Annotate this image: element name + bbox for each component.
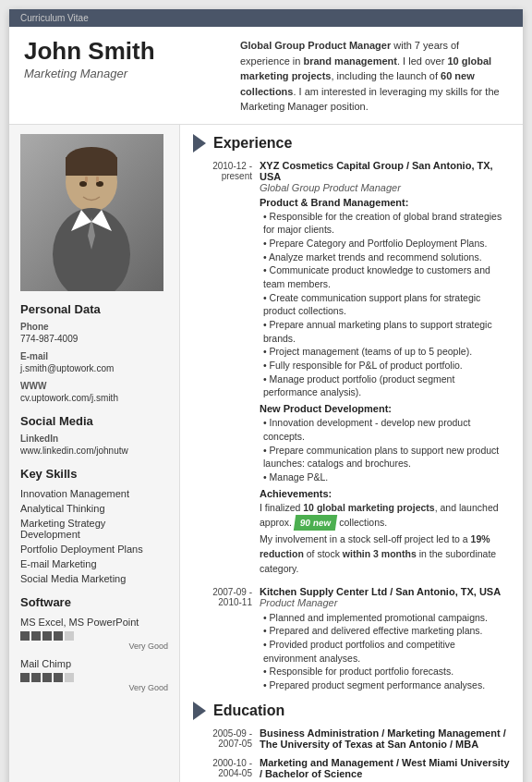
exp-role-2: Product Manager [260,597,510,608]
exp-entry-2: 2007-09 -2010-11 Kitchen Supply Center L… [193,586,510,692]
experience-title: Experience [213,135,292,152]
www-value: cv.uptowork.com/j.smith [20,392,168,405]
candidate-title: Marketing Manager [24,67,155,80]
header-bar-label: Curriculum Vitae [20,13,89,23]
cv-header-summary: Global Group Product Manager with 7 year… [240,38,508,115]
edu-entry-2: 2000-10 -2004-05 Marketing and Managemen… [193,757,510,779]
exp-bullet: • Prepare communication plans to support… [260,444,510,470]
cv-sidebar: Personal Data Phone 774-987-4009 E-mail … [9,125,180,783]
edu-content-2: Marketing and Management / West Miami Un… [260,757,510,779]
exp-subsection-npd: New Product Development: [260,403,510,414]
education-arrow [193,702,206,720]
exp-bullet: • Manage P&L. [260,470,510,484]
svg-rect-9 [66,157,117,176]
edu-degree-2: Marketing and Management / West Miami Un… [260,757,510,779]
software-item: MS Excel, MS PowerPointVery Good [20,615,168,651]
cv-body: Personal Data Phone 774-987-4009 E-mail … [9,125,523,783]
software-item: Mail ChimpVery Good [20,656,168,692]
exp-bullet: • Planned and implemented promotional ca… [260,611,510,625]
experience-arrow [193,134,206,153]
experience-header: Experience [193,134,510,153]
exp-entry-1: 2010-12 -present XYZ Cosmetics Capital G… [193,160,510,577]
exp-dates-2: 2007-09 -2010-11 [193,586,260,692]
svg-rect-12 [85,177,88,182]
rating-dot [42,673,52,682]
www-label: WWW [20,381,168,391]
exp-bullet: • Fully responsible for P&L of product p… [260,359,510,373]
exp-bullet: • Provided product portfolios and compet… [260,638,510,665]
skill-item: Marketing Strategy Development [20,516,168,542]
rating-dot [54,631,63,641]
exp-company-1: XYZ Cosmetics Capital Group / San Antoni… [260,160,510,182]
cv-header: John Smith Marketing Manager Global Grou… [9,27,523,125]
skill-item: Innovation Management [20,486,168,501]
social-media-title: Social Media [20,414,168,428]
skill-item: E-mail Marketing [20,556,168,571]
rating-dot [42,631,52,641]
exp-bullet: • Prepared and delivered effective marke… [260,624,510,638]
software-title: Software [20,595,168,609]
phone-value: 774-987-4009 [20,333,168,346]
exp-achievement-1: I finalized 10 global marketing projects… [260,501,510,532]
exp-bullet: • Project management (teams of up to 5 p… [260,345,510,359]
rating-dot [65,673,74,682]
edu-dates-2: 2000-10 -2004-05 [193,757,260,779]
phone-label: Phone [20,322,168,332]
personal-data-title: Personal Data [20,302,168,316]
edu-dates-1: 2005-09 -2007-05 [193,727,260,750]
exp-bullet: • Responsible for product portfolio fore… [260,665,510,678]
software-name: MS Excel, MS PowerPoint [20,615,168,629]
svg-rect-13 [96,177,99,182]
exp-bullet: • Responsible for the creation of global… [260,210,510,237]
software-rating [20,673,168,682]
linkedin-label: LinkedIn [20,434,168,444]
edu-entry-1: 2005-09 -2007-05 Business Administration… [193,727,510,750]
cv-container: Curriculum Vitae John Smith Marketing Ma… [9,9,523,782]
edu-degree-1: Business Administration / Marketing Mana… [260,727,510,750]
exp-bullet: • Innovation development - develop new p… [260,416,510,443]
software-rating [20,631,168,641]
skills-title: Key Skills [20,467,168,481]
linkedin-value: www.linkedin.com/johnutw [20,445,168,458]
exp-content-2: Kitchen Supply Center Ltd / San Antonio,… [260,586,510,692]
exp-company-2: Kitchen Supply Center Ltd / San Antonio,… [260,586,510,597]
exp-bullet: • Prepare Category and Portfolio Deploym… [260,237,510,250]
email-value: j.smith@uptowork.com [20,362,168,375]
exp-bullet: • Create communication support plans for… [260,291,510,318]
candidate-name: John Smith [24,38,155,65]
edu-content-1: Business Administration / Marketing Mana… [260,727,510,750]
header-bar: Curriculum Vitae [9,9,523,27]
candidate-photo [20,134,163,291]
rating-label: Very Good [20,683,168,692]
exp-bullet: • Prepared product segment performance a… [260,678,510,692]
rating-label: Very Good [20,641,168,651]
exp-bullet: • Communicate product knowledge to custo… [260,263,510,290]
exp-bullet: • Analyze market trends and recommend so… [260,250,510,264]
software-name: Mail Chimp [20,656,168,671]
exp-bullet: • Manage product portfolio (product segm… [260,373,510,399]
exp-content-1: XYZ Cosmetics Capital Group / San Antoni… [260,160,510,577]
exp-bullet: • Prepare annual marketing plans to supp… [260,318,510,345]
exp-subsection-achievements: Achievements: [260,488,510,499]
exp-role-1: Global Group Product Manager [260,182,510,193]
rating-dot [65,631,74,641]
cv-header-left: John Smith Marketing Manager [24,38,155,80]
skills-list: Innovation ManagementAnalytical Thinking… [20,486,168,586]
email-label: E-mail [20,351,168,361]
rating-dot [31,673,41,682]
rating-dot [54,673,63,682]
education-header: Education [193,702,510,720]
skill-item: Portfolio Deployment Plans [20,542,168,556]
exp-achievement-2: My involvement in a stock sell-off proje… [260,532,510,576]
education-title: Education [213,703,284,719]
exp-dates-1: 2010-12 -present [193,160,260,577]
cv-main: Experience 2010-12 -present XYZ Cosmetic… [180,125,523,783]
rating-dot [20,631,30,641]
software-list: MS Excel, MS PowerPointVery GoodMail Chi… [20,615,168,692]
summary-text: Global Group Product Manager with 7 year… [240,40,500,112]
skill-item: Analytical Thinking [20,501,168,516]
rating-dot [31,631,41,641]
exp-subsection-brand: Product & Brand Management: [260,197,510,208]
skill-item: Social Media Marketing [20,571,168,586]
rating-dot [20,673,30,682]
